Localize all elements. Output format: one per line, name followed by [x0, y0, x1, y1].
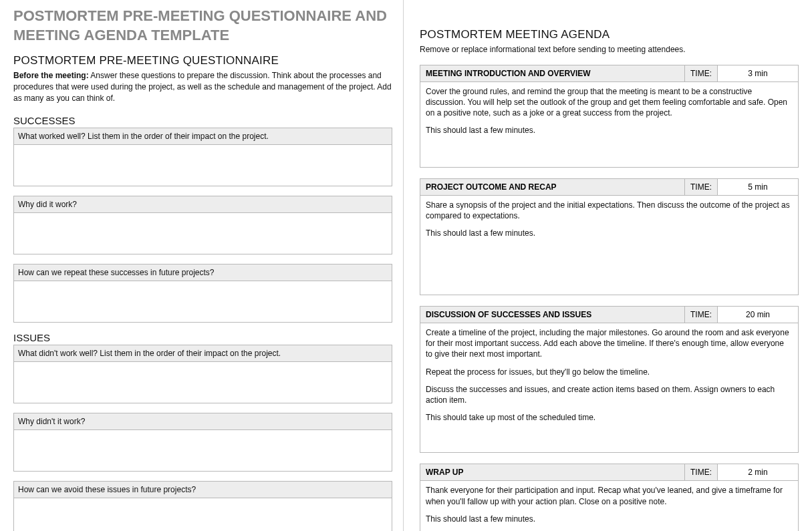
body-filler	[426, 143, 793, 163]
agenda-paragraph: Cover the ground rules, and remind the g…	[426, 86, 793, 119]
issues-q1-group: What didn't work well? List them in the …	[13, 345, 392, 403]
agenda-item-title: MEETING INTRODUCTION AND OVERVIEW	[420, 65, 685, 81]
answer-field[interactable]	[13, 498, 392, 531]
agenda-paragraph: This should last a few minutes.	[426, 228, 793, 238]
agenda-paragraph: Thank everyone for their participation a…	[426, 485, 793, 506]
time-label: TIME:	[685, 65, 718, 81]
agenda-body[interactable]: Create a timeline of the project, includ…	[420, 323, 799, 453]
column-divider	[403, 0, 404, 531]
question-prompt: How can we repeat these successes in fut…	[13, 264, 392, 281]
agenda-item-title: WRAP UP	[420, 464, 685, 480]
time-label: TIME:	[685, 307, 718, 323]
agenda-header-row: DISCUSSION OF SUCCESSES AND ISSUES TIME:…	[420, 306, 799, 323]
body-filler	[426, 245, 793, 291]
left-column: POSTMORTEM PRE-MEETING QUESTIONNAIRE AND…	[0, 0, 400, 531]
time-value[interactable]: 5 min	[718, 179, 798, 195]
successes-q3-group: How can we repeat these successes in fut…	[13, 264, 392, 323]
answer-field[interactable]	[13, 281, 392, 323]
agenda-subtitle: Remove or replace informational text bef…	[420, 44, 799, 55]
question-prompt: How can we avoid these issues in future …	[13, 481, 392, 498]
successes-heading: SUCCESSES	[13, 115, 392, 126]
question-prompt: What didn't work well? List them in the …	[13, 345, 392, 362]
answer-field[interactable]	[13, 362, 392, 403]
agenda-paragraph: This should last a few minutes.	[426, 125, 793, 136]
agenda-header-row: PROJECT OUTCOME AND RECAP TIME: 5 min	[420, 178, 799, 196]
successes-q1-group: What worked well? List them in the order…	[13, 128, 392, 186]
top-spacer	[420, 7, 799, 28]
agenda-item-title: PROJECT OUTCOME AND RECAP	[420, 179, 685, 195]
pre-meeting-intro: Before the meeting: Answer these questio…	[13, 70, 392, 104]
time-value[interactable]: 2 min	[718, 464, 798, 480]
agenda-header-row: WRAP UP TIME: 2 min	[420, 464, 799, 481]
agenda-body[interactable]: Thank everyone for their participation a…	[420, 481, 799, 531]
agenda-paragraph: Create a timeline of the project, includ…	[426, 327, 793, 360]
agenda-item: DISCUSSION OF SUCCESSES AND ISSUES TIME:…	[420, 306, 799, 453]
answer-field[interactable]	[13, 145, 392, 186]
time-label: TIME:	[685, 464, 718, 480]
agenda-paragraph: Discuss the successes and issues, and cr…	[426, 384, 793, 405]
agenda-paragraph: Repeat the process for issues, but they'…	[426, 367, 793, 377]
question-prompt: Why didn't it work?	[13, 413, 392, 430]
successes-q2-group: Why did it work?	[13, 196, 392, 254]
body-filler	[426, 429, 793, 448]
issues-q2-group: Why didn't it work?	[13, 413, 392, 472]
pre-meeting-section-title: POSTMORTEM PRE-MEETING QUESTIONNAIRE	[13, 54, 392, 67]
time-value[interactable]: 20 min	[718, 307, 798, 323]
agenda-section-title: POSTMORTEM MEETING AGENDA	[420, 28, 799, 41]
question-prompt: What worked well? List them in the order…	[13, 128, 392, 145]
question-prompt: Why did it work?	[13, 196, 392, 213]
answer-field[interactable]	[13, 430, 392, 472]
answer-field[interactable]	[13, 213, 392, 254]
issues-heading: ISSUES	[13, 332, 392, 343]
time-value[interactable]: 3 min	[718, 65, 798, 81]
agenda-item: WRAP UP TIME: 2 min Thank everyone for t…	[420, 464, 799, 531]
agenda-item: PROJECT OUTCOME AND RECAP TIME: 5 min Sh…	[420, 178, 799, 296]
issues-q3-group: How can we avoid these issues in future …	[13, 481, 392, 531]
agenda-paragraph: This should take up most of the schedule…	[426, 412, 793, 423]
agenda-paragraph: Share a synopsis of the project and the …	[426, 200, 793, 221]
agenda-paragraph: This should last a few minutes.	[426, 514, 793, 524]
agenda-body[interactable]: Share a synopsis of the project and the …	[420, 196, 799, 296]
right-column: POSTMORTEM MEETING AGENDA Remove or repl…	[406, 0, 812, 531]
time-label: TIME:	[685, 179, 718, 195]
main-title: POSTMORTEM PRE-MEETING QUESTIONNAIRE AND…	[13, 7, 392, 45]
agenda-body[interactable]: Cover the ground rules, and remind the g…	[420, 82, 799, 168]
agenda-header-row: MEETING INTRODUCTION AND OVERVIEW TIME: …	[420, 65, 799, 82]
agenda-item: MEETING INTRODUCTION AND OVERVIEW TIME: …	[420, 65, 799, 168]
intro-bold: Before the meeting:	[13, 71, 89, 80]
agenda-item-title: DISCUSSION OF SUCCESSES AND ISSUES	[420, 307, 685, 323]
